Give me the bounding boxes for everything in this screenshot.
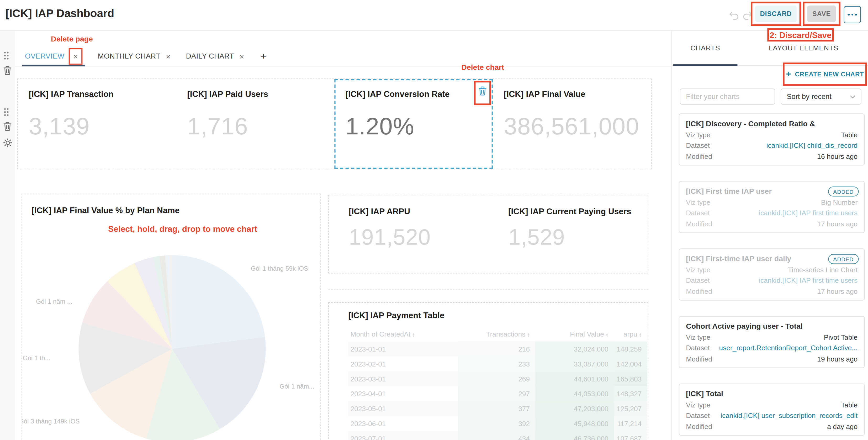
empty-row-divider xyxy=(328,273,648,289)
tab-close-icon[interactable]: × xyxy=(73,52,78,61)
big-number-chart[interactable]: [ICK] IAP Conversion Rate1.20% xyxy=(334,79,493,169)
field-value: a day ago xyxy=(827,423,858,431)
table-cell: 32,024,000 xyxy=(535,342,614,356)
sort-dropdown-value: Sort by recent xyxy=(787,92,832,101)
add-tab-icon[interactable]: + xyxy=(260,51,266,62)
column-header[interactable]: Transactions▲▼ xyxy=(458,327,535,342)
field-label: Dataset xyxy=(686,344,710,352)
field-label: Modified xyxy=(686,288,712,295)
table-cell: 434 xyxy=(458,431,535,440)
dataset-link[interactable]: icankid.[ICK] child_dis_record xyxy=(767,142,858,150)
table-cell: 2023-07-01 xyxy=(348,431,458,440)
big-number-chart[interactable]: [ICK] IAP Transaction3,139 xyxy=(18,79,176,169)
discard-save-annotation: 2: Discard/Save xyxy=(767,28,834,42)
table-cell: 2023-03-01 xyxy=(348,372,458,386)
tab-close-icon[interactable]: × xyxy=(240,52,244,60)
discard-annotation-box: DISCARD xyxy=(751,2,801,26)
table-row: 2023-03-0126944,601,000165,803 xyxy=(348,372,647,386)
table-cell: 297 xyxy=(458,386,535,402)
big-number-value: 1,529 xyxy=(508,225,648,250)
pie-slice-label: Gói 1 năm... xyxy=(279,383,314,390)
dataset-link[interactable]: user_report.RetentionReport_Cohort Activ… xyxy=(719,344,858,352)
chart-card[interactable]: [ICK] Discovery - Completed Ratio & Time… xyxy=(679,113,865,166)
page-tab-daily-chart[interactable]: DAILY CHART× xyxy=(186,47,244,66)
chart-card-title: [ICK] Total xyxy=(686,390,816,398)
dataset-link[interactable]: icankid.[ICK] IAP first time users xyxy=(759,209,858,217)
chart-card-row: Viz typeTime-series Line Chart xyxy=(686,266,858,274)
dashboard-edit-screen: [ICK] IAP Dashboard DISCARD SAVE 2: Disc… xyxy=(0,0,868,440)
drag-handle-dots-icon[interactable] xyxy=(3,107,9,117)
table-cell: 392 xyxy=(458,416,535,431)
chart-card-row: Dataseticankid.[ICK] IAP first time user… xyxy=(686,209,858,217)
field-label: Viz type xyxy=(686,266,710,274)
added-badge: ADDED xyxy=(828,254,859,264)
table-cell: 46,736,000 xyxy=(535,431,614,440)
field-value: 16 hours ago xyxy=(817,152,858,160)
page-tab-label: DAILY CHART xyxy=(186,52,234,60)
dataset-link[interactable]: icankid.[ICK] IAP first time users xyxy=(759,277,858,285)
charts-panel: CHARTS LAYOUT ELEMENTS + CREATE NEW CHAR… xyxy=(672,31,868,440)
payment-table: Month of CreatedAt▲▼Transactions▲▼Final … xyxy=(348,327,647,440)
page-tab-bar: OVERVIEW×MONTHLY CHART×DAILY CHART×+ xyxy=(15,47,672,66)
sort-dropdown[interactable]: Sort by recent xyxy=(781,88,862,105)
chart-card[interactable]: [ICK] First-time IAP user dailyADDEDViz … xyxy=(679,248,865,301)
big-number-value: 191,520 xyxy=(349,225,488,250)
column-header[interactable]: arpu▲▼ xyxy=(614,327,647,342)
field-label: Viz type xyxy=(686,401,710,409)
table-header-row: Month of CreatedAt▲▼Transactions▲▼Final … xyxy=(348,327,647,342)
drag-handle-dots-icon[interactable] xyxy=(3,51,9,60)
create-new-chart-button[interactable]: CREATE NEW CHART xyxy=(795,71,864,78)
added-badge: ADDED xyxy=(828,186,859,196)
trash-icon[interactable] xyxy=(3,122,12,131)
dashboard-row-2: [ICK] IAP Final Value % by Plan Name Sel… xyxy=(17,187,652,440)
page-tab-overview[interactable]: OVERVIEW× xyxy=(25,47,83,66)
current-paying-users-chart[interactable]: [ICK] IAP Current Paying Users 1,529 xyxy=(488,195,648,273)
chart-card[interactable]: Cohort Active paying user - TotalViz typ… xyxy=(679,316,865,368)
discard-button[interactable]: DISCARD xyxy=(755,5,797,22)
left-gutter xyxy=(0,31,15,440)
field-label: Modified xyxy=(686,355,712,363)
big-number-value: 1,716 xyxy=(187,113,334,140)
big-number-value: 3,139 xyxy=(29,113,176,140)
dashboard-title: [ICK] IAP Dashboard xyxy=(5,7,114,20)
field-label: Dataset xyxy=(686,412,710,420)
filter-charts-input[interactable] xyxy=(680,88,775,105)
table-row: 2023-04-0129744,053,000148,327 xyxy=(348,386,647,402)
big-number-chart[interactable]: [ICK] IAP Final Value386,561,000 xyxy=(493,79,651,169)
arpu-chart[interactable]: [ICK] IAP ARPU 191,520 xyxy=(329,195,488,273)
trash-icon[interactable] xyxy=(3,66,12,75)
page-tab-label: OVERVIEW xyxy=(25,52,65,60)
pie-chart xyxy=(78,255,266,440)
undo-icon[interactable] xyxy=(729,10,740,21)
sort-carets-icon: ▲▼ xyxy=(606,332,608,337)
pie-chart-card[interactable]: [ICK] IAP Final Value % by Plan Name Sel… xyxy=(22,194,320,440)
chart-card[interactable]: [ICK] TotalViz typeTableDataseticankid.[… xyxy=(679,384,865,436)
tab-charts[interactable]: CHARTS xyxy=(672,31,738,65)
chart-card-row: Modified16 hours ago xyxy=(686,152,858,160)
create-new-chart-annotation-box: + CREATE NEW CHART xyxy=(783,62,867,86)
table-cell: 44,053,000 xyxy=(535,386,614,402)
settings-gear-icon[interactable] xyxy=(3,138,12,147)
dataset-link[interactable]: icankid.[ICK] user_subscription_records_… xyxy=(720,412,858,420)
table-cell: 233 xyxy=(458,356,535,372)
chart-card-row: Viz typeTable xyxy=(686,401,858,409)
big-number-chart[interactable]: [ICK] IAP Paid Users1,716 xyxy=(176,79,334,169)
tab-close-icon[interactable]: × xyxy=(166,52,170,60)
field-label: Dataset xyxy=(686,209,710,217)
dashboard-canvas: Delete page OVERVIEW×MONTHLY CHART×DAILY… xyxy=(15,31,672,440)
chart-card[interactable]: [ICK] First time IAP userADDEDViz typeBi… xyxy=(679,181,865,233)
table-cell: 33,087,000 xyxy=(535,356,614,372)
column-header[interactable]: Final Value▲▼ xyxy=(535,327,614,342)
table-cell: 2023-01-01 xyxy=(348,342,458,356)
column-header[interactable]: Month of CreatedAt▲▼ xyxy=(348,327,458,342)
more-options-button[interactable] xyxy=(844,6,861,23)
field-label: Dataset xyxy=(686,277,710,285)
delete-chart-trash-icon[interactable] xyxy=(474,81,491,105)
page-tab-monthly-chart[interactable]: MONTHLY CHART× xyxy=(98,47,170,66)
chart-card-row: Modified17 hours ago xyxy=(686,220,858,228)
field-label: Viz type xyxy=(686,333,710,341)
save-button[interactable]: SAVE xyxy=(807,5,836,22)
pie-slice-label: Gói 1 tháng 59k iOS xyxy=(251,265,308,272)
table-cell: 117,214 xyxy=(614,416,647,431)
payment-table-card[interactable]: [ICK] IAP Payment Table Month of Created… xyxy=(328,302,648,440)
